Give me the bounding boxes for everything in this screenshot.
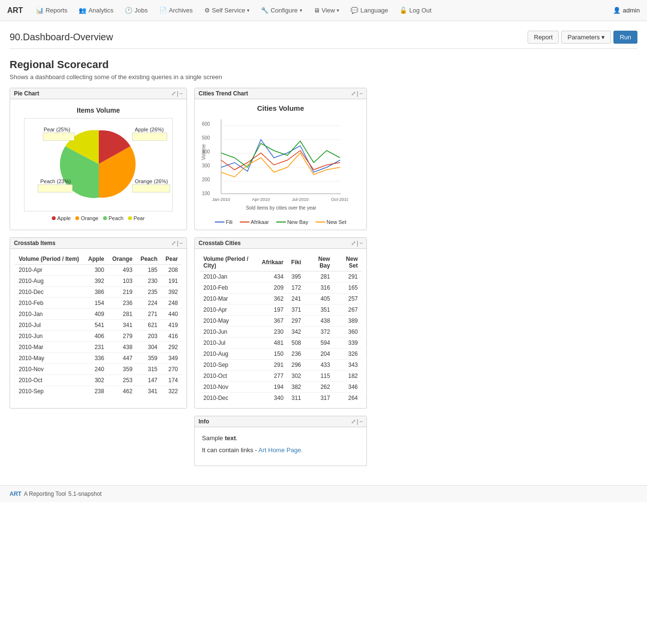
view-caret: ▾: [337, 0, 339, 21]
pie-chart-minimize-icon[interactable]: −: [179, 90, 183, 97]
legend-dot-peach: [103, 216, 107, 220]
legend-item-orange: Orange: [75, 215, 98, 221]
table-row: 2010-May367297438389: [200, 316, 362, 327]
selfservice-caret: ▾: [247, 0, 249, 21]
logout-icon: 🔓: [400, 0, 407, 21]
nav-item-view[interactable]: 🖥 View ▾: [308, 0, 345, 21]
nav-item-logout[interactable]: 🔓 Log Out: [394, 0, 437, 21]
crosstab-cities-widget: Crosstab Cities ⤢ | − Volume (Period / C…: [194, 237, 367, 409]
crosstab-cities-body-rows: 2010-Jan4343952812912010-Feb209172316165…: [200, 271, 362, 404]
dashboard-row-3: Info ⤢ | − Sample text. It can contain l…: [10, 416, 637, 466]
pie-chart-widget: Pie Chart ⤢ | − Items Volume: [10, 88, 187, 230]
svg-text:600: 600: [202, 121, 210, 127]
svg-text:Apr-2010: Apr-2010: [252, 197, 270, 202]
table-row: 2010-Sep238462341322: [15, 386, 182, 397]
crosstab-items-col-orange: Orange: [108, 254, 136, 265]
crosstab-cities-title: Crosstab Cities: [199, 240, 241, 246]
legend-item-newbay: New Bay: [276, 219, 308, 225]
table-row: 2010-Mar231438304292: [15, 342, 182, 353]
nav-item-reports[interactable]: 📊 Reports: [30, 0, 73, 21]
pie-svg-wrapper: Pear (25%) Apple (26%) Orange (26%) Peac…: [24, 118, 173, 211]
info-title: Info: [199, 418, 209, 425]
info-link[interactable]: Art Home Page.: [259, 446, 303, 454]
footer: ART A Reporting Tool 5.1-snapshot: [0, 485, 647, 502]
svg-rect-1: [43, 133, 74, 141]
pie-chart-expand-icon[interactable]: ⤢: [171, 90, 176, 97]
crosstab-cities-col-newset: New Set: [334, 254, 362, 271]
report-content: Regional Scorecard Shows a dashboard col…: [0, 49, 647, 476]
nav-item-configure[interactable]: 🔧 Configure ▾: [255, 0, 307, 21]
nav-item-selfservice[interactable]: ⚙ Self Service ▾: [199, 0, 255, 21]
legend-line-newset: [316, 222, 325, 222]
svg-text:Oct-2010: Oct-2010: [331, 197, 348, 202]
table-row: 2010-Nov194382262346: [200, 382, 362, 393]
table-row: 2010-Nov240359315270: [15, 364, 182, 375]
crosstab-cities-col-period: Volume (Period / City): [200, 254, 258, 271]
cities-trend-controls: ⤢ | −: [351, 90, 363, 97]
table-row: 2010-Mar362241405257: [200, 293, 362, 304]
crosstab-cities-minimize-icon[interactable]: −: [359, 240, 363, 246]
svg-text:Jul-2010: Jul-2010: [292, 197, 309, 202]
pie-chart-controls: ⤢ | −: [171, 90, 183, 97]
view-icon: 🖥: [314, 0, 320, 21]
crosstab-items-separator: |: [177, 240, 178, 246]
run-button[interactable]: Run: [613, 31, 637, 44]
crosstab-items-title: Crosstab Items: [14, 240, 56, 246]
crosstab-items-col-peach: Peach: [136, 254, 161, 265]
dashboard-grid: Pie Chart ⤢ | − Items Volume: [10, 88, 637, 466]
cities-trend-chart-title: Cities Volume: [200, 104, 362, 112]
nav-item-language[interactable]: 💬 Language: [345, 0, 394, 21]
table-row: 2010-Apr197371351267: [200, 304, 362, 316]
pie-chart-body: Items Volume: [10, 99, 187, 228]
info-minimize-icon[interactable]: −: [359, 418, 363, 425]
cities-trend-expand-icon[interactable]: ⤢: [351, 90, 356, 97]
cities-trend-separator: |: [357, 90, 358, 97]
archives-icon: 📄: [159, 0, 167, 21]
nav-item-jobs[interactable]: 🕐 Jobs: [119, 0, 153, 21]
cities-trend-widget: Cities Trend Chart ⤢ | − Cities Volume: [194, 88, 367, 230]
svg-text:Volume: Volume: [201, 144, 206, 160]
cities-trend-body: Cities Volume 100 200 300 400 500 600 Vo: [195, 99, 366, 230]
footer-brand[interactable]: ART: [10, 491, 22, 497]
crosstab-items-expand-icon[interactable]: ⤢: [171, 240, 176, 246]
crosstab-items-body: Volume (Period / Item) Apple Orange Peac…: [10, 249, 187, 401]
crosstab-items-controls: ⤢ | −: [171, 240, 183, 246]
dashboard-row-1: Pie Chart ⤢ | − Items Volume: [10, 88, 637, 230]
info-widget: Info ⤢ | − Sample text. It can contain l…: [194, 416, 367, 466]
nav-item-archives[interactable]: 📄 Archives: [153, 0, 199, 21]
language-icon: 💬: [351, 0, 358, 21]
nav-item-analytics[interactable]: 👥 Analytics: [73, 0, 119, 21]
pie-chart-container: Items Volume: [15, 104, 182, 223]
svg-text:Sold items by cities over the : Sold items by cities over the year: [246, 205, 317, 211]
footer-tagline: A Reporting Tool: [24, 491, 66, 497]
pie-chart-svg: Pear (25%) Apple (26%) Orange (26%) Peac…: [27, 121, 171, 207]
crosstab-items-widget: Crosstab Items ⤢ | − Volume (Period / It…: [10, 237, 187, 409]
legend-label-peach: Peach: [108, 215, 123, 221]
navbar-brand[interactable]: ART: [7, 6, 23, 15]
crosstab-cities-body: Volume (Period / City) Afrikaar Fiki New…: [195, 249, 366, 408]
crosstab-cities-expand-icon[interactable]: ⤢: [351, 240, 356, 246]
info-body: Sample text. It can contain links - Art …: [195, 427, 366, 466]
table-row: 2010-Jun230342372360: [200, 327, 362, 338]
configure-caret: ▾: [300, 0, 302, 21]
parameters-button[interactable]: Parameters ▾: [561, 31, 611, 44]
report-description: Shows a dashboard collecting some of the…: [10, 73, 637, 81]
dashboard-row-2: Crosstab Items ⤢ | − Volume (Period / It…: [10, 237, 637, 409]
crosstab-items-minimize-icon[interactable]: −: [179, 240, 183, 246]
info-text-1: Sample text.: [202, 434, 359, 442]
report-button[interactable]: Report: [528, 31, 559, 44]
page-header: 90.Dashboard-Overview Report Parameters …: [0, 21, 647, 48]
table-row: 2010-Feb209172316165: [200, 282, 362, 293]
legend-line-afrikaar: [240, 222, 249, 222]
table-row: 2010-Oct277302115182: [200, 371, 362, 382]
info-expand-icon[interactable]: ⤢: [351, 418, 356, 425]
crosstab-items-header-row: Volume (Period / Item) Apple Orange Peac…: [15, 254, 182, 265]
info-text-2: It can contain links - Art Home Page.: [202, 446, 359, 454]
pie-chart-separator: |: [177, 90, 178, 97]
crosstab-cities-table: Volume (Period / City) Afrikaar Fiki New…: [200, 254, 362, 403]
pie-chart-title: Pie Chart: [14, 90, 39, 97]
cities-trend-minimize-icon[interactable]: −: [359, 90, 363, 97]
crosstab-cities-separator: |: [357, 240, 358, 246]
page-title: 90.Dashboard-Overview: [10, 32, 113, 43]
crosstab-cities-col-afrikaar: Afrikaar: [258, 254, 287, 271]
